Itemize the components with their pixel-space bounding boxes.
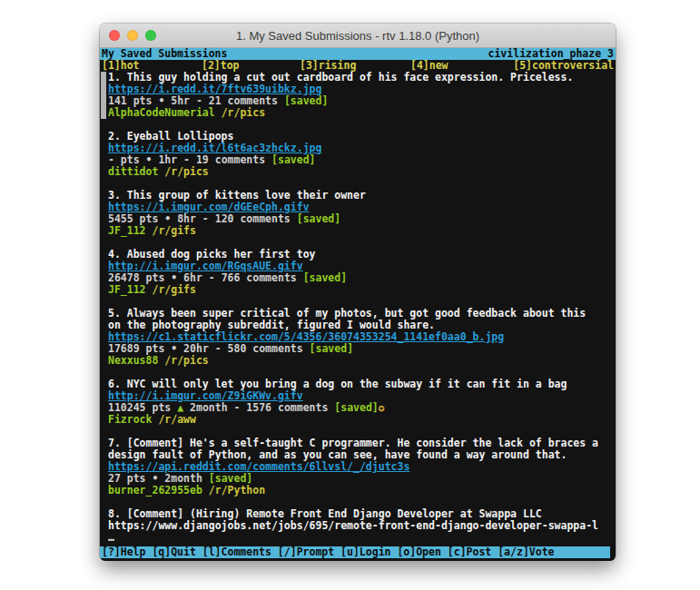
post-url[interactable]: https://i.redd.it/l6t6ac3zhckz.jpg <box>108 143 321 154</box>
post-item[interactable]: 5. Always been super critical of my phot… <box>108 308 616 367</box>
post-byline: AlphaCodeNumerial /r/pics <box>108 107 616 119</box>
post-title: 2. Eyeball Lollipops <box>108 131 616 143</box>
post-author[interactable]: AlphaCodeNumerial <box>108 107 215 119</box>
post-score: 17689 pts <box>108 343 171 355</box>
app-window: 1. My Saved Submissions - rtv 1.18.0 (Py… <box>100 24 616 560</box>
post-stats: 110245 pts ▲ 2month - 1576 comments [sav… <box>108 402 616 414</box>
post-subreddit[interactable]: /r/aww <box>158 414 196 426</box>
saved-badge: [saved] <box>303 272 347 284</box>
saved-badge: [saved] <box>284 95 328 107</box>
post-author[interactable]: JF_112 <box>108 284 146 296</box>
post-title: on the photography subreddit, figured I … <box>108 320 616 331</box>
post-score: - pts <box>108 154 146 166</box>
post-subreddit[interactable]: /r/Python <box>209 485 265 497</box>
saved-badge: [saved] <box>334 402 378 414</box>
post-title: 1. This guy holding a cut out cardboard … <box>108 72 616 84</box>
close-button[interactable] <box>109 30 120 41</box>
username: civilization_phaze_3 <box>488 48 614 60</box>
post-stats: 27 pts • 2month [saved] <box>108 473 616 485</box>
post-item[interactable]: 7. [Comment] He's a self-taught C progra… <box>108 438 616 497</box>
post-item[interactable]: 4. Abused dog picks her first toyhttp://… <box>108 249 616 296</box>
post-age-comments: 1hr - 19 comments <box>152 154 271 166</box>
saved-badge: [saved] <box>297 213 340 225</box>
post-age-comments: 20hr - 580 comments <box>177 343 309 355</box>
post-title: https://www.djangojobs.net/jobs/695/remo… <box>108 520 616 532</box>
post-subreddit[interactable]: /r/pics <box>164 355 208 367</box>
post-title: 5. Always been super critical of my phot… <box>108 308 616 320</box>
post-byline: JF_112 /r/gifs <box>108 225 616 237</box>
post-list: 1. This guy holding a cut out cardboard … <box>100 72 616 546</box>
saved-badge: [saved] <box>271 154 315 166</box>
tabs-row: [1]hot[2]top[3]rising[4]new[5]controvers… <box>100 60 616 72</box>
post-item[interactable]: 6. NYC will only let you bring a dog on … <box>108 379 616 426</box>
post-url-line: http://i.imgur.com/Z9iGKWv.gifv <box>108 390 616 402</box>
post-subreddit[interactable]: /r/pics <box>222 107 265 119</box>
post-url[interactable]: https://i.redd.it/7ftv639uibkz.jpg <box>108 84 321 95</box>
post-title: 3. This group of kittens love their owne… <box>108 190 616 202</box>
minimize-button[interactable] <box>127 30 138 41</box>
post-stats: 26478 pts • 6hr - 766 comments [saved] <box>108 272 616 284</box>
post-author[interactable]: burner_262955eb <box>108 485 202 497</box>
post-url-line: https://c1.staticflickr.com/5/4356/36074… <box>108 331 616 343</box>
post-age-comments: 2month - 1576 comments <box>183 402 334 414</box>
tab-4new[interactable]: [4]new <box>410 60 449 72</box>
post-byline: JF_112 /r/gifs <box>108 284 616 296</box>
subreddit-header-bar: My Saved Submissions civilization_phaze_… <box>100 48 616 60</box>
post-stats: - pts • 1hr - 19 comments [saved] <box>108 154 616 166</box>
post-item[interactable]: 2. Eyeball Lollipopshttps://i.redd.it/l6… <box>108 131 616 178</box>
post-author[interactable]: JF_112 <box>108 225 146 237</box>
post-age-comments: 5hr - 21 comments <box>164 95 284 107</box>
post-score: 26478 pts <box>108 272 171 284</box>
post-stats: 141 pts • 5hr - 21 comments [saved] <box>108 95 616 107</box>
post-url-line: http://i.imgur.com/RGqsAUE.gifv <box>108 261 616 272</box>
post-subreddit[interactable]: /r/gifs <box>152 284 195 296</box>
post-score: 27 pts <box>108 473 152 485</box>
saved-badge: [saved] <box>209 473 252 485</box>
post-stats: 17689 pts • 20hr - 580 comments [saved] <box>108 343 616 355</box>
post-url[interactable]: https://c1.staticflickr.com/5/4356/36074… <box>108 331 504 343</box>
post-title: 4. Abused dog picks her first toy <box>108 249 616 261</box>
gilded-icon: ✪ <box>379 402 385 414</box>
post-url[interactable]: http://i.imgur.com/RGqsAUE.gifv <box>108 261 303 272</box>
post-author[interactable]: Nexxus88 <box>108 355 158 367</box>
post-age-comments: 8hr - 120 comments <box>171 213 296 225</box>
post-item[interactable]: 1. This guy holding a cut out cardboard … <box>108 72 616 119</box>
post-subreddit[interactable]: /r/pics <box>164 166 208 178</box>
post-item[interactable]: 8. [Comment] (Hiring) Remote Front End D… <box>108 508 616 544</box>
tab-3rising[interactable]: [3]rising <box>300 60 356 72</box>
tab-2top[interactable]: [2]top <box>202 60 240 72</box>
post-score: 141 pts <box>108 95 158 107</box>
post-title: 7. [Comment] He's a self-taught C progra… <box>108 438 616 449</box>
post-stats: 5455 pts • 8hr - 120 comments [saved] <box>108 213 616 225</box>
truncation-ellipsis: … <box>108 532 616 544</box>
window-titlebar: 1. My Saved Submissions - rtv 1.18.0 (Py… <box>100 24 616 48</box>
tab-5controversial[interactable]: [5]controversial <box>513 60 614 72</box>
traffic-lights <box>109 30 156 41</box>
byline-space <box>215 107 222 119</box>
post-author[interactable]: Fizrock <box>108 414 152 426</box>
post-byline: dittidot /r/pics <box>108 166 616 178</box>
post-score: 5455 pts <box>108 213 164 225</box>
post-author[interactable]: dittidot <box>108 166 158 178</box>
tab-1hot[interactable]: [1]hot <box>102 60 140 72</box>
zoom-button[interactable] <box>145 30 156 41</box>
post-age-comments: 2month <box>158 473 208 485</box>
post-title: 8. [Comment] (Hiring) Remote Front End D… <box>108 508 616 520</box>
status-bar: [?]Help [q]Quit [l]Comments [/]Prompt [u… <box>100 546 610 558</box>
post-byline: Fizrock /r/aww <box>108 414 616 426</box>
post-url-line: https://i.imgur.com/dGEeCph.gifv <box>108 202 616 213</box>
post-url[interactable]: http://i.imgur.com/Z9iGKWv.gifv <box>108 390 303 402</box>
post-subreddit[interactable]: /r/gifs <box>152 225 195 237</box>
post-age-comments: 6hr - 766 comments <box>177 272 302 284</box>
post-title: 6. NYC will only let you bring a dog on … <box>108 379 616 390</box>
post-url[interactable]: https://api.reddit.com/comments/6llvsl/_… <box>108 461 409 473</box>
window-title: 1. My Saved Submissions - rtv 1.18.0 (Py… <box>236 29 479 43</box>
post-item[interactable]: 3. This group of kittens love their owne… <box>108 190 616 237</box>
post-score: 110245 pts <box>108 402 177 414</box>
post-url[interactable]: https://i.imgur.com/dGEeCph.gifv <box>108 202 310 213</box>
post-url-line: https://api.reddit.com/comments/6llvsl/_… <box>108 461 616 473</box>
post-byline: Nexxus88 /r/pics <box>108 355 616 367</box>
post-byline: burner_262955eb /r/Python <box>108 485 616 497</box>
page-title: My Saved Submissions <box>102 48 227 60</box>
terminal: My Saved Submissions civilization_phaze_… <box>100 48 616 561</box>
